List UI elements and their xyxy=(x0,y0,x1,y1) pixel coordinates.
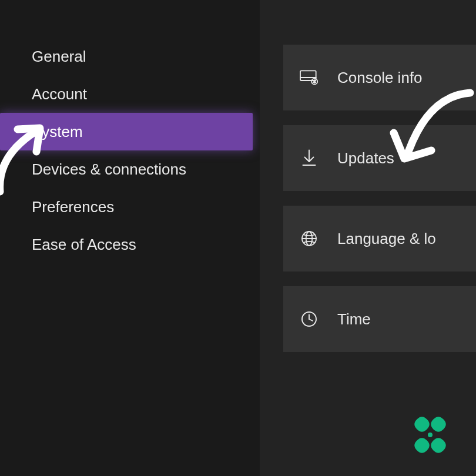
tile-console-info[interactable]: Console info xyxy=(283,45,476,110)
main-panel: Console info Updates xyxy=(260,0,476,476)
sidebar-item-label: System xyxy=(32,123,83,141)
tile-language-location[interactable]: Language & lo xyxy=(283,206,476,271)
sidebar-item-label: Account xyxy=(32,85,87,103)
tile-updates[interactable]: Updates xyxy=(283,125,476,191)
sidebar-list: General Account System Devices & connect… xyxy=(0,38,260,263)
tile-time[interactable]: Time xyxy=(283,286,476,352)
sidebar-item-preferences[interactable]: Preferences xyxy=(0,188,260,226)
tile-label: Language & lo xyxy=(337,230,436,248)
settings-sidebar: General Account System Devices & connect… xyxy=(0,0,260,476)
brand-logo-icon xyxy=(409,415,451,457)
tile-label: Updates xyxy=(337,149,394,167)
sidebar-item-label: Preferences xyxy=(32,198,114,216)
sidebar-item-label: General xyxy=(32,48,86,66)
tile-label: Console info xyxy=(337,69,423,87)
sidebar-item-system[interactable]: System xyxy=(0,113,253,150)
tile-list: Console info Updates xyxy=(283,45,476,367)
sidebar-item-account[interactable]: Account xyxy=(0,75,260,113)
sidebar-item-devices[interactable]: Devices & connections xyxy=(0,150,260,188)
sidebar-item-label: Ease of Access xyxy=(32,236,136,254)
clock-icon xyxy=(295,305,323,333)
svg-line-10 xyxy=(309,319,313,321)
svg-point-11 xyxy=(428,433,433,437)
sidebar-item-ease-of-access[interactable]: Ease of Access xyxy=(0,226,260,263)
console-info-icon xyxy=(295,63,323,92)
tile-label: Time xyxy=(337,310,371,328)
download-icon xyxy=(295,144,323,172)
sidebar-item-general[interactable]: General xyxy=(0,38,260,75)
globe-icon xyxy=(295,224,323,253)
sidebar-item-label: Devices & connections xyxy=(32,160,186,179)
